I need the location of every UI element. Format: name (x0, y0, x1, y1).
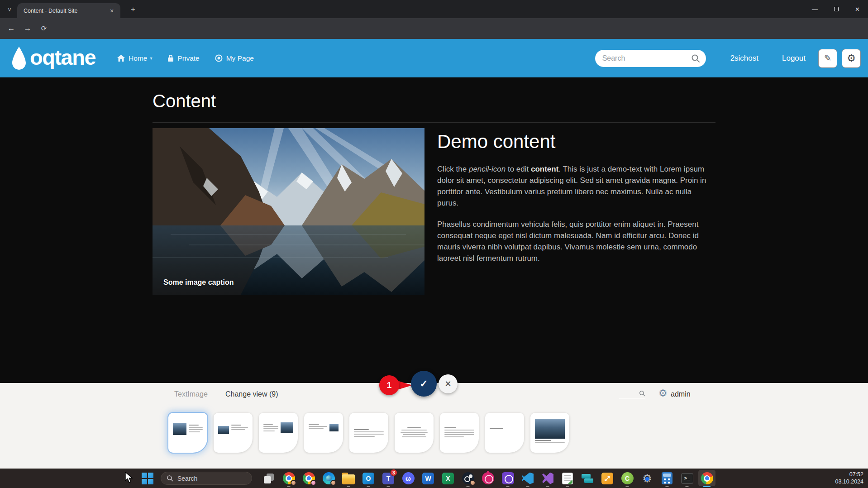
taskbar-search-label: Search (177, 475, 197, 482)
template-thumbnail-7[interactable] (440, 413, 479, 453)
taskbar-search-icon (167, 475, 173, 482)
forward-button[interactable]: → (22, 23, 33, 34)
steam-icon (462, 472, 474, 484)
taskbar-icon-task-view[interactable] (259, 469, 279, 488)
admin-label[interactable]: admin (671, 390, 691, 398)
taskbar-icon-outlook[interactable]: O (358, 469, 378, 488)
clock-date: 03.10.2024 (835, 478, 863, 485)
vscode-icon (522, 473, 534, 484)
stopwatch-icon (482, 472, 494, 484)
home-icon (117, 55, 125, 62)
server-icon (582, 473, 593, 484)
nav-item-mypage[interactable]: My Page (215, 54, 254, 62)
thumb-image (173, 423, 186, 435)
reload-button[interactable]: ⟳ (38, 23, 50, 34)
taskbar-icon-teams[interactable]: T 3 (378, 469, 398, 488)
profile-avatar-dot (291, 480, 296, 486)
tab-search-chevron-icon[interactable]: v (5, 5, 14, 14)
mouse-cursor (125, 472, 134, 483)
taskbar-icon-calculator[interactable] (657, 469, 677, 488)
taskbar-clock[interactable]: 07:52 03.10.2024 (835, 471, 863, 485)
taskbar-icon-edge[interactable] (319, 469, 339, 488)
template-thumbnail-8[interactable] (485, 413, 524, 453)
site-search-input[interactable] (595, 50, 706, 67)
taskbar-icon-file-explorer[interactable] (339, 469, 358, 488)
back-button[interactable]: ← (5, 23, 17, 34)
thumb-image (218, 426, 229, 434)
screen: v Content - Default Site ✕ + — ✕ ← → ⟳ i… (0, 0, 868, 488)
taskbar-icon-stopwatch-app[interactable] (478, 469, 498, 488)
taskbar-icon-vscode[interactable] (518, 469, 538, 488)
minimize-button[interactable]: — (804, 0, 825, 18)
chrome-icon (303, 472, 315, 484)
taskbar-icon-discord[interactable]: ω (398, 469, 418, 488)
oqtane-logo[interactable]: oqtane (11, 46, 95, 71)
nav-label-private: Private (177, 54, 199, 62)
taskbar-icon-word[interactable]: W (418, 469, 438, 488)
maximize-button[interactable] (825, 0, 847, 18)
taskbar-search[interactable]: Search (161, 472, 252, 485)
page-settings-button[interactable]: ⚙ (842, 49, 861, 68)
browser-tab-strip: v Content - Default Site ✕ + — ✕ (0, 0, 868, 18)
tab-close-icon[interactable]: ✕ (108, 7, 116, 15)
taskbar-icon-excel[interactable]: X (438, 469, 458, 488)
template-picker-panel: TextImage Change view (9) ⚙ admin (0, 383, 868, 469)
thumb-image (535, 419, 565, 439)
nav-item-private[interactable]: Private (167, 54, 199, 62)
settings-gear-icon: ⚙ (642, 473, 652, 484)
template-thumbnail-1[interactable] (168, 413, 207, 453)
template-thumbnail-3[interactable] (259, 413, 298, 453)
excel-icon: X (442, 473, 454, 484)
taskbar-icon-capture-tool[interactable]: ⤢ (597, 469, 617, 488)
mountain-lake-image (153, 128, 424, 295)
username-link[interactable]: 2sichost (730, 54, 758, 63)
template-thumbnails (168, 413, 569, 453)
teams-notification-badge: 3 (390, 469, 397, 476)
start-button[interactable] (141, 472, 153, 484)
article-paragraph-2: Phasellus condimentum vehicula felis, qu… (437, 219, 706, 264)
lock-icon (167, 54, 174, 62)
target-icon (215, 54, 223, 62)
taskbar-icon-terminal[interactable]: >_ (677, 469, 697, 488)
panel-gear-icon[interactable]: ⚙ (658, 388, 668, 399)
taskbar-icon-camtasia[interactable]: C (617, 469, 637, 488)
close-button[interactable]: ✕ (847, 0, 868, 18)
taskbar-icon-notepad-editor[interactable] (558, 469, 577, 488)
template-thumbnail-5[interactable] (349, 413, 388, 453)
confirm-button[interactable]: ✓ (411, 371, 437, 397)
browser-tab[interactable]: Content - Default Site ✕ (17, 3, 120, 18)
taskbar-icon-chrome-profile-1[interactable] (279, 469, 299, 488)
nav-label-home: Home (129, 54, 147, 62)
search-icon[interactable] (691, 54, 700, 63)
browser-toolbar: ← → ⟳ i localhost:44357/home/content ☆ ⋮ (0, 18, 868, 39)
taskbar-icon-visual-studio[interactable] (538, 469, 558, 488)
chrome-icon (701, 472, 713, 484)
template-thumbnail-4[interactable] (304, 413, 343, 453)
logout-link[interactable]: Logout (782, 54, 806, 63)
change-view-label[interactable]: Change view (9) (225, 390, 278, 398)
cancel-button[interactable]: ✕ (439, 374, 458, 393)
taskbar-icon-steam[interactable] (458, 469, 478, 488)
edit-page-button[interactable]: ✎ (818, 49, 837, 68)
close-icon: ✕ (444, 379, 451, 389)
template-thumbnail-2[interactable] (214, 413, 253, 453)
terminal-icon: >_ (681, 473, 693, 484)
template-thumbnail-9[interactable] (530, 413, 569, 453)
nav-item-home[interactable]: Home ▾ (117, 54, 152, 62)
taskbar-icon-settings-app[interactable]: ⚙ (637, 469, 657, 488)
pencil-icon: ✎ (824, 53, 831, 63)
template-search-icon[interactable] (639, 390, 645, 397)
taskbar-icons: O T 3 ω W X ⤢ C ⚙ >_ (259, 469, 717, 488)
new-tab-button[interactable]: + (128, 4, 138, 15)
taskbar-icon-chrome-active[interactable] (697, 469, 717, 488)
template-thumbnail-6[interactable] (395, 413, 434, 453)
article-paragraph-1: Click the pencil-icon to edit content. T… (437, 163, 706, 209)
profile-avatar-dot (470, 480, 476, 486)
page-title: Content (153, 91, 715, 111)
image-caption: Some image caption (163, 278, 234, 287)
taskbar-icon-github-desktop[interactable] (498, 469, 518, 488)
task-view-icon (263, 473, 275, 484)
taskbar-icon-server-manager[interactable] (577, 469, 597, 488)
github-icon (502, 472, 514, 484)
taskbar-icon-chrome-profile-2[interactable] (299, 469, 319, 488)
